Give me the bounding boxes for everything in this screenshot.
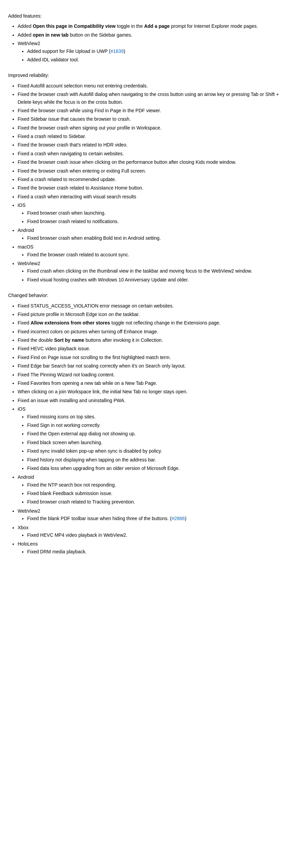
bold-text: Open this page in Compatibility view <box>33 23 115 29</box>
list-item: XboxFixed HEVC MP4 video playback in Web… <box>18 524 294 539</box>
list-item: Fixed DRM media playback. <box>27 548 294 555</box>
list-item: Fixed browser crash related to Tracking … <box>27 498 294 506</box>
nested-list: Fixed browser crash when enabling Bold t… <box>18 234 294 242</box>
bold-text: open in new tab <box>33 32 69 38</box>
list-item: Fixed sync invalid token pop-up when syn… <box>27 447 294 455</box>
list-item: Fixed blank Feedback submission issue. <box>27 490 294 497</box>
list-item: Fixed HEVC video playback issue. <box>18 345 294 352</box>
list-item: macOSFixed the browser crash related to … <box>18 243 294 258</box>
list-item: AndroidFixed browser crash when enabling… <box>18 226 294 242</box>
section-header: Improved reliability: <box>8 72 294 79</box>
list-item: Fixed the double Sort by name buttons af… <box>18 336 294 344</box>
section-changed-behavior: Changed behavior:Fixed STATUS_ACCESS_VIO… <box>8 292 294 555</box>
list-item: Fixed Autofill account selection menu no… <box>18 82 294 90</box>
list-item: Fixed crash when clicking on the thumbna… <box>27 267 294 275</box>
content-root: Added features:Added Open this page in C… <box>8 12 294 555</box>
section-list: Fixed Autofill account selection menu no… <box>8 82 294 283</box>
list-item: WebView2Added support for File Upload in… <box>18 40 294 63</box>
list-item: Added IDL validator tool. <box>27 56 294 63</box>
section-list: Fixed STATUS_ACCESS_VIOLATION error mess… <box>8 302 294 556</box>
list-item: Fixed Edge bar Search bar not scaling co… <box>18 362 294 370</box>
list-item: iOSFixed missing icons on top sites.Fixe… <box>18 405 294 472</box>
section-added-features: Added features:Added Open this page in C… <box>8 12 294 63</box>
list-item: Fixed browser crash when enabling Bold t… <box>27 234 294 242</box>
list-item: Fixed black screen when launching. <box>27 439 294 446</box>
nested-list: Fixed DRM media playback. <box>18 548 294 555</box>
list-item: Fixed the blank PDF toolbar issue when h… <box>27 515 294 522</box>
list-item: AndroidFixed the NTP search box not resp… <box>18 473 294 506</box>
bold-text: Allow extensions from other stores <box>31 320 110 326</box>
nested-list: Fixed HEVC MP4 video playback in WebView… <box>18 531 294 539</box>
section-header: Added features: <box>8 12 294 20</box>
list-item: Fixed the browser crash when signing out… <box>18 124 294 132</box>
list-item: Fixed Favorites from opening a new tab w… <box>18 379 294 387</box>
list-item: Fixed missing icons on top sites. <box>27 413 294 420</box>
list-item: Fixed picture profile in Microsoft Edge … <box>18 311 294 318</box>
nested-list: Fixed the NTP search box not responding.… <box>18 481 294 506</box>
list-item: Fixed the browser crash when entering or… <box>18 167 294 175</box>
list-item: Fixed a crash related to Sidebar. <box>18 133 294 140</box>
list-item: WebView2Fixed the blank PDF toolbar issu… <box>18 507 294 522</box>
link[interactable]: #1639 <box>111 48 124 54</box>
list-item: Fixed the browser crash with Autofill di… <box>18 91 294 106</box>
nested-list: Added support for File Upload in UWP (#1… <box>18 47 294 64</box>
link[interactable]: #2866 <box>172 516 185 521</box>
list-item: Fixed a crash when interacting with visu… <box>18 193 294 200</box>
list-item: When clicking on a join Workspace link, … <box>18 388 294 395</box>
list-item: Fixed the NTP search box not responding. <box>27 481 294 489</box>
list-item: Fixed Allow extensions from other stores… <box>18 319 294 327</box>
list-item: Fixed the browser crash that's related t… <box>18 141 294 149</box>
list-item: Added support for File Upload in UWP (#1… <box>27 47 294 55</box>
nested-list: Fixed the blank PDF toolbar issue when h… <box>18 515 294 522</box>
bold-text: Add a page <box>144 23 170 29</box>
nested-list: Fixed browser crash when launching.Fixed… <box>18 209 294 225</box>
list-item: Fixed a crash related to recommended upd… <box>18 176 294 183</box>
list-item: Fixed the Open external app dialog not s… <box>27 430 294 437</box>
list-item: Fixed Find on Page issue not scrolling t… <box>18 354 294 361</box>
nested-list: Fixed missing icons on top sites.Fixed S… <box>18 413 294 472</box>
list-item: Fixed browser crash when launching. <box>27 209 294 217</box>
list-item: Fixed browser crash related to notificat… <box>27 218 294 225</box>
section-list: Added Open this page in Compatibility vi… <box>8 22 294 63</box>
list-item: Fixed history not displaying when tappin… <box>27 456 294 463</box>
list-item: Fixed an issue with installing and unins… <box>18 397 294 404</box>
list-item: HoloLensFixed DRM media playback. <box>18 540 294 555</box>
list-item: Added Open this page in Compatibility vi… <box>18 22 294 30</box>
list-item: Fixed the browser crash related to accou… <box>27 251 294 258</box>
list-item: Fixed Sidebar issue that causes the brow… <box>18 115 294 123</box>
list-item: Fixed the browser crash related to Assis… <box>18 184 294 192</box>
list-item: Fixed HEVC MP4 video playback in WebView… <box>27 531 294 539</box>
nested-list: Fixed the browser crash related to accou… <box>18 251 294 258</box>
section-improved-reliability: Improved reliability:Fixed Autofill acco… <box>8 72 294 283</box>
list-item: Fixed the browser crash while using Find… <box>18 107 294 114</box>
list-item: Fixed The Pinning Wizard not loading con… <box>18 371 294 378</box>
list-item: WebView2Fixed crash when clicking on the… <box>18 260 294 283</box>
list-item: Fixed data loss when upgrading from an o… <box>27 465 294 472</box>
list-item: Fixed visual hosting crashes with Window… <box>27 276 294 283</box>
bold-text: Sort by name <box>54 337 84 343</box>
list-item: Fixed the browser crash issue when click… <box>18 158 294 166</box>
list-item: iOSFixed browser crash when launching.Fi… <box>18 201 294 225</box>
list-item: Added open in new tab button on the Side… <box>18 31 294 39</box>
list-item: Fixed Sign in not working correctly. <box>27 421 294 429</box>
list-item: Fixed incorrect colors on pictures when … <box>18 328 294 335</box>
section-header: Changed behavior: <box>8 292 294 299</box>
nested-list: Fixed crash when clicking on the thumbna… <box>18 267 294 283</box>
list-item: Fixed STATUS_ACCESS_VIOLATION error mess… <box>18 302 294 310</box>
list-item: Fixed a crash when navigating to certain… <box>18 150 294 157</box>
